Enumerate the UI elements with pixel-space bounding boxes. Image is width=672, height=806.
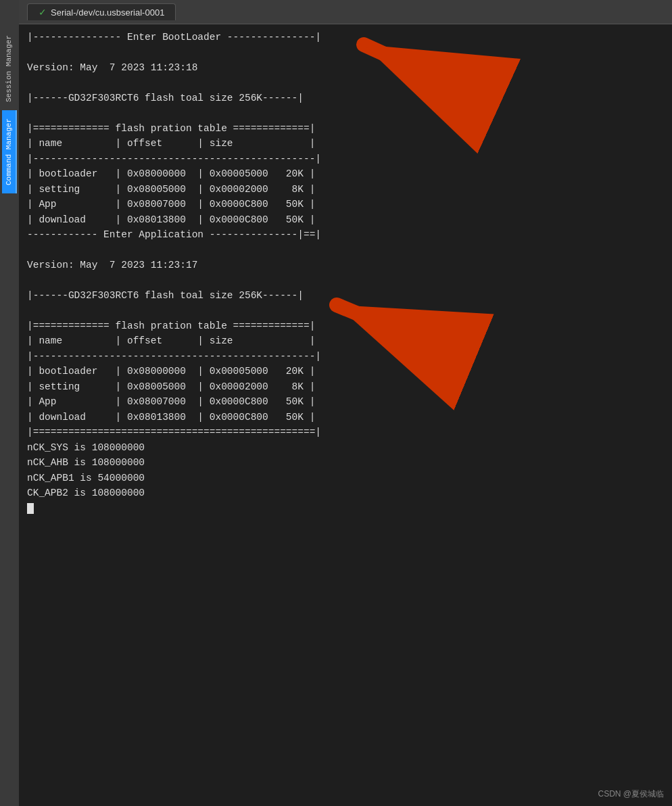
terminal-line: ------------ Enter Application ---------…: [27, 227, 664, 242]
terminal-line: [27, 105, 664, 120]
terminal-line: nCK_APB1 is 54000000: [27, 471, 664, 485]
terminal-line: | name | offset | size |: [27, 136, 664, 151]
check-icon: ✓: [39, 7, 47, 18]
terminal-line: |============= flash pration table =====…: [27, 318, 664, 333]
terminal-line: Version: May 7 2023 11:23:18: [27, 60, 664, 75]
terminal-line: |---------------------------------------…: [27, 151, 664, 166]
main-area: ✓ Serial-/dev/cu.usbserial-0001 |-------…: [19, 0, 672, 806]
terminal-line: [27, 75, 664, 90]
terminal-line: |=======================================…: [27, 425, 664, 440]
sidebar-tab-session[interactable]: Session Manager: [2, 27, 17, 110]
terminal-line: | setting | 0x08005000 | 0x00002000 8K |: [27, 182, 664, 197]
terminal-line: [27, 45, 664, 60]
cursor: [27, 503, 34, 514]
titlebar: ✓ Serial-/dev/cu.usbserial-0001: [19, 0, 672, 24]
terminal-line: |---------------------------------------…: [27, 349, 664, 364]
terminal-line: Version: May 7 2023 11:23:17: [27, 258, 664, 272]
terminal-line: [27, 273, 664, 288]
terminal-line: |------GD32F303RCT6 flash toal size 256K…: [27, 288, 664, 303]
terminal-line: | App | 0x08007000 | 0x0000C800 50K |: [27, 394, 664, 409]
command-manager-label: Command Manager: [5, 118, 13, 185]
terminal-line: | download | 0x08013800 | 0x0000C800 50K…: [27, 410, 664, 425]
sidebar-tab-command[interactable]: Command Manager: [2, 110, 17, 193]
serial-tab-label: Serial-/dev/cu.usbserial-0001: [51, 7, 164, 18]
terminal[interactable]: |--------------- Enter BootLoader ------…: [19, 24, 672, 806]
terminal-output: |--------------- Enter BootLoader ------…: [27, 30, 664, 501]
terminal-line: nCK_AHB is 108000000: [27, 455, 664, 470]
terminal-line: | bootloader | 0x08000000 | 0x00005000 2…: [27, 166, 664, 181]
terminal-line: | name | offset | size |: [27, 333, 664, 348]
terminal-line: | setting | 0x08005000 | 0x00002000 8K |: [27, 379, 664, 394]
serial-tab[interactable]: ✓ Serial-/dev/cu.usbserial-0001: [27, 3, 176, 20]
terminal-line: [27, 243, 664, 258]
terminal-line: | download | 0x08013800 | 0x0000C800 50K…: [27, 212, 664, 227]
terminal-line: [27, 303, 664, 318]
terminal-line: nCK_SYS is 108000000: [27, 440, 664, 455]
sidebar: Session Manager Command Manager: [0, 0, 19, 806]
terminal-line: | App | 0x08007000 | 0x0000C800 50K |: [27, 197, 664, 212]
terminal-line: CK_APB2 is 108000000: [27, 485, 664, 500]
terminal-line: | bootloader | 0x08000000 | 0x00005000 2…: [27, 364, 664, 379]
terminal-line: |--------------- Enter BootLoader ------…: [27, 30, 664, 45]
terminal-line: |------GD32F303RCT6 flash toal size 256K…: [27, 91, 664, 105]
watermark: CSDN @夏侯城临: [598, 788, 664, 801]
terminal-line: |============= flash pration table =====…: [27, 121, 664, 136]
session-manager-label: Session Manager: [5, 35, 13, 102]
